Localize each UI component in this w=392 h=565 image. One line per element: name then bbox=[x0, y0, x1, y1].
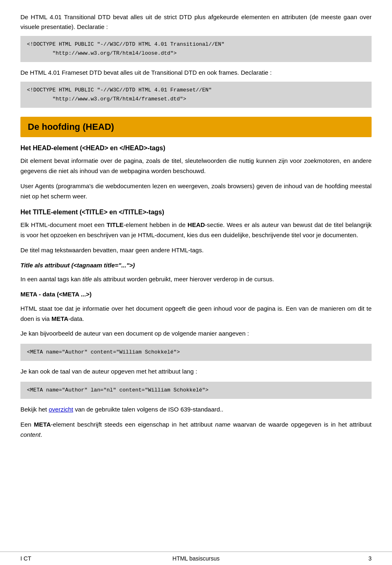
subsection3-para: In een aantal tags kan title als attribu… bbox=[20, 274, 372, 285]
section-head-title: De hoofding (HEAD) bbox=[20, 117, 372, 137]
intro-para2: De HTML 4.01 Frameset DTD bevat alles ui… bbox=[20, 68, 372, 78]
subsection2-para1-pre: Elk HTML-document moet een bbox=[20, 221, 107, 228]
subsection4-para5-mid2: waarvan de waarde opgegeven is in het at… bbox=[230, 421, 372, 428]
subsection3-title: Title als attribuut (<tagnaam title="...… bbox=[20, 260, 372, 271]
subsection4-para4-link[interactable]: overzicht bbox=[49, 406, 73, 413]
subsection2-para1-mid: -element hebben in de bbox=[124, 221, 188, 228]
subsection1-para2: User Agents (programma's die webdocument… bbox=[20, 181, 372, 202]
subsection4-para5: Een META-element beschrijft steeds een e… bbox=[20, 420, 372, 440]
subsection4-para5-mid: -element beschrijft steeds een eigenscha… bbox=[51, 421, 215, 428]
subsection4-para4: Bekijk het overzicht van de gebruikte ta… bbox=[20, 405, 372, 415]
subsection2-title: Het TITLE-element (<TITLE> en </TITLE>-t… bbox=[20, 209, 372, 216]
subsection4-para5-post: . bbox=[40, 431, 42, 438]
code-block-3: <META name="Author" content="William Sch… bbox=[20, 344, 372, 361]
subsection1-title: Het HEAD-element (<HEAD> en </HEAD>-tags… bbox=[20, 145, 372, 152]
subsection4-title: META - data (<META ...>) bbox=[20, 289, 372, 300]
subsection4-para4-pre: Bekijk het bbox=[20, 406, 49, 413]
subsection1-para1: Dit element bevat informatie over de pag… bbox=[20, 156, 372, 176]
subsection4-para1: HTML staat toe dat je informatie over he… bbox=[20, 304, 372, 324]
subsection4-para5-italic2: content bbox=[20, 431, 40, 438]
subsection4-para2: Je kan bijvoorbeeld de auteur van een do… bbox=[20, 329, 372, 339]
code-block-1: <!DOCTYPE HTML PUBLIC "-//W3C//DTD HTML … bbox=[20, 36, 372, 62]
subsection4-para3: Je kan ook de taal van de auteur opgeven… bbox=[20, 367, 372, 377]
subsection2-para1-bold1: TITLE bbox=[107, 221, 124, 228]
code-block-4: <META name="Author" lan="nl" content="Wi… bbox=[20, 382, 372, 399]
subsection2-para1-bold2: HEAD bbox=[187, 221, 205, 228]
subsection4-para4-post: van de gebruikte talen volgens de ISO 63… bbox=[73, 406, 223, 413]
subsection2-para2: De titel mag tekstwaarden bevatten, maar… bbox=[20, 245, 372, 256]
subsection4-para5-bold1: META bbox=[34, 421, 51, 428]
subsection4-para5-italic: name bbox=[215, 421, 231, 428]
subsection2-para1: Elk HTML-document moet een TITLE-element… bbox=[20, 220, 372, 240]
code-block-2: <!DOCTYPE HTML PUBLIC "-//W3C//DTD HTML … bbox=[20, 82, 372, 108]
subsection4-para5-pre: Een bbox=[20, 421, 34, 428]
intro-para1: De HTML 4.01 Transitional DTD bevat alle… bbox=[20, 12, 372, 32]
subsection3-title-italic: title bbox=[82, 276, 92, 282]
subsection4-para1-bold: META bbox=[51, 315, 68, 322]
subsection4-para1-post: -data. bbox=[68, 315, 84, 322]
